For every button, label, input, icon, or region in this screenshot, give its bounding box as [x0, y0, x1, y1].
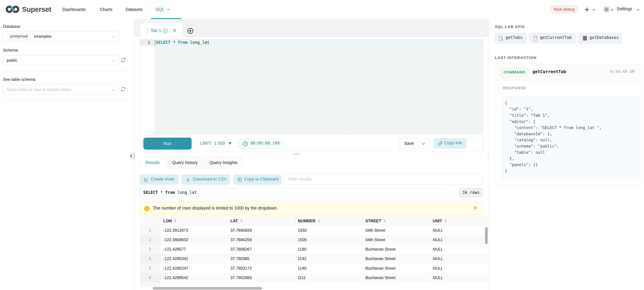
run-query[interactable]: Run	[144, 138, 192, 150]
download-csv[interactable]: Download to CSV	[181, 174, 230, 185]
create-chart[interactable]: Create chart	[140, 174, 179, 185]
results-tab[interactable]: Results	[140, 157, 164, 169]
table-select[interactable]: Select table or type to search tables	[3, 84, 119, 95]
superset-sql-lab: Superset Dashboards Charts Datasets SQL …	[0, 0, 644, 290]
copy-clipboard[interactable]: Copy to Clipboard	[233, 174, 282, 185]
results-table: LON LAT NUMBER STREET UNIT 1 -122.391267…	[140, 216, 488, 287]
editor-tabs: Tab 1	[134, 19, 489, 37]
environment-tag: flask-debug	[550, 5, 578, 13]
getTabs[interactable]: getTabs	[494, 32, 527, 44]
query-history-tab[interactable]: Query history	[167, 157, 204, 169]
timer: 00:00:00.189	[238, 139, 282, 149]
save-query[interactable]: Save	[399, 138, 430, 149]
rows-count: 1k rows	[459, 188, 482, 197]
navbar: Superset Dashboards Charts Datasets SQL …	[0, 0, 644, 19]
getDatabases[interactable]: getDatabases	[578, 32, 622, 44]
getCurrentTab[interactable]: getCurrentTab	[529, 32, 576, 44]
schema-select[interactable]: public	[3, 55, 119, 65]
sql-editor: 1 SELECT * from long_lat Run LIMIT: 1 00…	[140, 39, 483, 152]
extensions-panel: SQL LAB APIS getTabs getCurrentTab getDa…	[489, 19, 644, 290]
database-select[interactable]: postgresqlexamples	[3, 31, 119, 41]
limit-alert: The number of rows displayed is limited …	[140, 202, 482, 215]
query-insights-tab[interactable]: Query Insights	[204, 157, 243, 169]
logo: Superset	[5, 5, 52, 13]
theme-toggle	[604, 6, 610, 12]
collapse-left-panel[interactable]	[129, 152, 133, 160]
copy-link[interactable]: Copy link	[434, 138, 466, 149]
filter-results[interactable]: Filter results	[284, 174, 483, 185]
last-interaction-card: COMMAND getCurrentTab 9:34:48 AM RESPONS…	[495, 64, 642, 185]
sqllab-left-panel: Database postgresqlexamples Schema publi…	[0, 19, 134, 290]
